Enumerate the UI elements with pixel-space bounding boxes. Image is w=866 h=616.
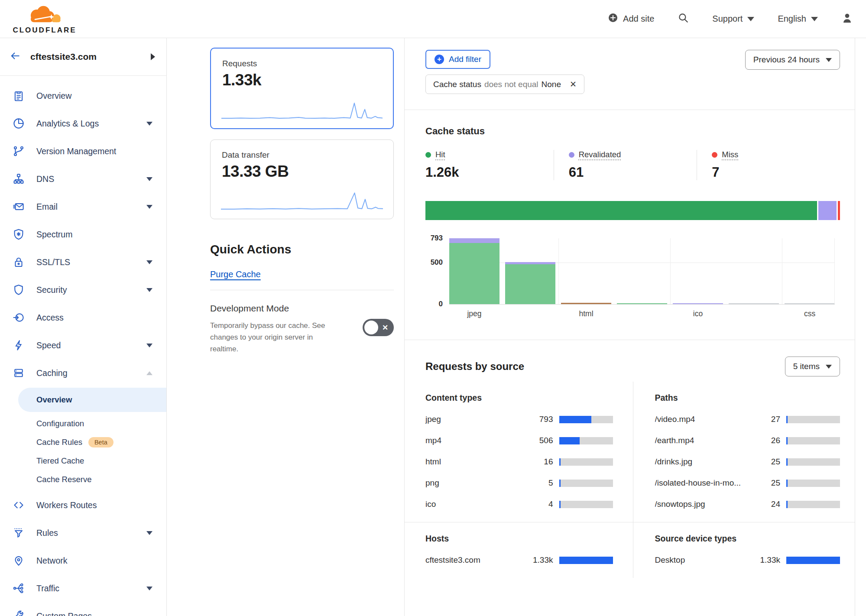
row-value: 1.33k xyxy=(533,555,553,565)
row-value: 16 xyxy=(544,457,553,467)
sidebar-item-label: Security xyxy=(36,285,146,295)
funnel-icon xyxy=(12,526,25,539)
sidebar-subitem-tiered-cache[interactable]: Tiered Cache xyxy=(0,451,166,470)
sidebar-item-version-management[interactable]: Version Management xyxy=(0,137,166,165)
sidebar-item-caching[interactable]: Caching xyxy=(0,359,166,387)
filter-chip[interactable]: Cache status does not equal None ✕ xyxy=(425,75,584,94)
chevron-down-icon xyxy=(146,288,152,292)
row-label: /isolated-house-in-mo... xyxy=(655,478,771,488)
metric-label: Requests xyxy=(222,59,382,68)
row-value: 27 xyxy=(771,415,780,424)
sidebar-item-label: Speed xyxy=(36,340,146,350)
scrollbar-track[interactable] xyxy=(855,38,855,616)
chevron-down-icon xyxy=(146,587,152,590)
search-button[interactable] xyxy=(678,12,689,26)
row-bar-track xyxy=(786,458,840,466)
email-icon xyxy=(12,200,25,213)
sidebar-item-overview[interactable]: Overview xyxy=(0,82,166,110)
metric-card-requests[interactable]: Requests1.33k xyxy=(210,48,394,129)
cloudflare-logo[interactable]: CLOUDFLARE xyxy=(10,3,79,35)
sidebar-subitem-label: Cache Rules xyxy=(36,438,82,447)
row-value: 25 xyxy=(771,478,780,488)
sidebar-item-ssl-tls[interactable]: SSL/TLS xyxy=(0,248,166,276)
bar-segment-revalidated xyxy=(673,303,723,304)
sidebar-item-label: SSL/TLS xyxy=(36,257,146,267)
sidebar-item-workers-routes[interactable]: Workers Routes xyxy=(0,491,166,519)
sidebar-item-dns[interactable]: DNS xyxy=(0,165,166,193)
development-mode-toggle[interactable]: ✕ xyxy=(363,319,394,336)
content-types-column: Content types jpeg793mp4506html16png5ico… xyxy=(425,382,633,522)
row-label: /drinks.jpg xyxy=(655,457,771,467)
sparkline-chart xyxy=(221,99,383,121)
sidebar-item-label: DNS xyxy=(36,174,146,184)
search-icon xyxy=(678,12,689,26)
source-device-types-column: Source device types Desktop1.33k xyxy=(633,522,840,578)
sidebar-subitem-overview[interactable]: Overview xyxy=(18,388,166,412)
y-axis-tick: 0 xyxy=(425,300,443,308)
sidebar-subitem-label: Tiered Cache xyxy=(36,456,84,466)
sidebar-item-label: Email xyxy=(36,202,146,212)
items-count-dropdown[interactable]: 5 items xyxy=(785,357,840,376)
support-menu[interactable]: Support xyxy=(712,14,754,24)
cache-status-stats: Hit1.26kRevalidated61Miss7 xyxy=(425,150,840,180)
bar-unlabeled xyxy=(729,303,779,304)
stat-legend[interactable]: Revalidated xyxy=(569,150,697,159)
sidebar-item-access[interactable]: Access xyxy=(0,304,166,331)
language-menu[interactable]: English xyxy=(778,14,818,24)
purge-cache-link[interactable]: Purge Cache xyxy=(210,269,261,279)
quick-actions-title: Quick Actions xyxy=(210,243,394,256)
sidebar-subitem-configuration[interactable]: Configuration xyxy=(0,414,166,433)
content-types-rows: jpeg793mp4506html16png5ico4 xyxy=(425,415,613,509)
sidebar-item-speed[interactable]: Speed xyxy=(0,331,166,359)
sidebar-item-security[interactable]: Security xyxy=(0,276,166,304)
add-site-button[interactable]: Add site xyxy=(608,13,654,25)
table-row: jpeg793 xyxy=(425,415,613,424)
sidebar-sublist-caching: OverviewConfigurationCache RulesBetaTier… xyxy=(0,388,166,491)
row-bar-fill xyxy=(559,416,591,423)
x-axis-label: html xyxy=(561,309,611,318)
row-bar-fill xyxy=(786,416,788,423)
add-filter-button[interactable]: + Add filter xyxy=(425,50,490,69)
remove-filter-icon[interactable]: ✕ xyxy=(570,79,577,89)
row-label: mp4 xyxy=(425,436,539,445)
metric-value: 1.33k xyxy=(222,71,382,89)
stat-legend[interactable]: Hit xyxy=(425,150,554,159)
table-row: mp4506 xyxy=(425,436,613,445)
chevron-right-icon[interactable] xyxy=(151,53,155,60)
time-range-dropdown[interactable]: Previous 24 hours xyxy=(745,50,840,70)
row-bar-fill xyxy=(559,557,613,564)
chevron-down-icon xyxy=(146,531,152,535)
hosts-rows: cftestsite3.com1.33k xyxy=(425,555,613,565)
metric-card-data-transfer[interactable]: Data transfer13.33 GB xyxy=(210,139,394,219)
account-button[interactable] xyxy=(841,12,853,26)
sidebar-subitem-cache-rules[interactable]: Cache RulesBeta xyxy=(0,433,166,451)
x-axis-label: css xyxy=(785,309,835,318)
sidebar-item-label: Caching xyxy=(36,368,146,378)
row-bar-fill xyxy=(786,458,788,466)
sidebar-item-traffic[interactable]: Traffic xyxy=(0,574,166,602)
row-value: 24 xyxy=(771,499,780,509)
table-row: cftestsite3.com1.33k xyxy=(425,555,613,565)
metric-value: 13.33 GB xyxy=(222,162,382,181)
bar-segment-hit xyxy=(449,243,499,304)
sidebar-item-email[interactable]: Email xyxy=(0,193,166,220)
cache-stat-revalidated: Revalidated61 xyxy=(554,150,697,180)
sidebar-item-network[interactable]: Network xyxy=(0,547,166,574)
stat-legend[interactable]: Miss xyxy=(712,150,840,159)
toggle-knob xyxy=(364,321,378,334)
clipboard-icon xyxy=(12,89,25,102)
row-bar-track xyxy=(559,557,613,564)
sidebar-subitem-cache-reserve[interactable]: Cache Reserve xyxy=(0,470,166,489)
bar-unlabeled xyxy=(505,262,555,304)
back-arrow-icon[interactable] xyxy=(10,50,21,63)
row-bar-track xyxy=(786,416,840,423)
stat-value: 1.26k xyxy=(425,165,554,180)
sidebar-item-analytics-logs[interactable]: Analytics & Logs xyxy=(0,110,166,137)
sidebar-item-label: Traffic xyxy=(36,584,146,593)
metric-cards: Requests1.33kData transfer13.33 GB xyxy=(167,38,404,219)
sidebar-item-rules[interactable]: Rules xyxy=(0,519,166,547)
row-bar-track xyxy=(786,557,840,564)
stat-value: 61 xyxy=(569,165,697,180)
sidebar-item-custom-pages[interactable]: Custom Pages xyxy=(0,602,166,616)
sidebar-item-spectrum[interactable]: Spectrum xyxy=(0,220,166,248)
